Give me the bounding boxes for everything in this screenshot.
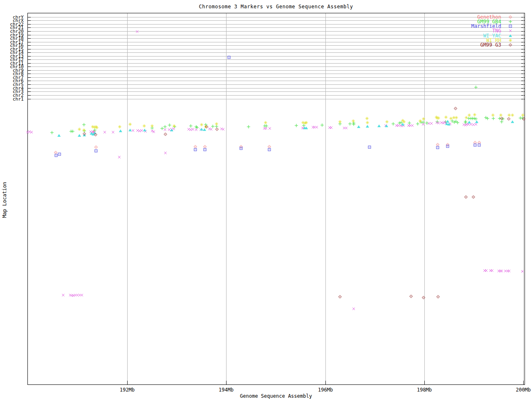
x-tick-label-196Mb: 196Mb — [310, 387, 340, 393]
x-tick-label-200Mb: 200Mb — [508, 387, 532, 393]
x-tick-label-192Mb: 192Mb — [112, 387, 142, 393]
legend-marker-tng — [509, 30, 512, 32]
plot-canvas — [0, 0, 532, 399]
x-tick-label-194Mb: 194Mb — [211, 387, 241, 393]
legend-item-gm99-g3: GM99 G3 — [432, 42, 501, 47]
x-tick-label-198Mb: 198Mb — [409, 387, 439, 393]
legend-marker-wi-rh — [509, 39, 512, 42]
series-marshfield — [55, 56, 480, 157]
chart: Chromosome 3 Markers vs Genome Sequence … — [0, 0, 532, 399]
series-genethon — [54, 131, 481, 154]
x-axis-label: Genome Sequence Assembly — [27, 393, 525, 399]
legend-marker-wi-yac — [509, 34, 512, 37]
y-axis-label: Map Location — [2, 180, 7, 220]
series-gm99-g3 — [83, 107, 525, 299]
legend-marker-gm99-g3 — [509, 44, 512, 47]
y-tick-label-chr1: chr1 — [0, 97, 24, 101]
legend-marker-marshfield — [509, 25, 512, 27]
series-tng — [26, 30, 524, 310]
chart-title: Chromosome 3 Markers vs Genome Sequence … — [27, 4, 525, 10]
